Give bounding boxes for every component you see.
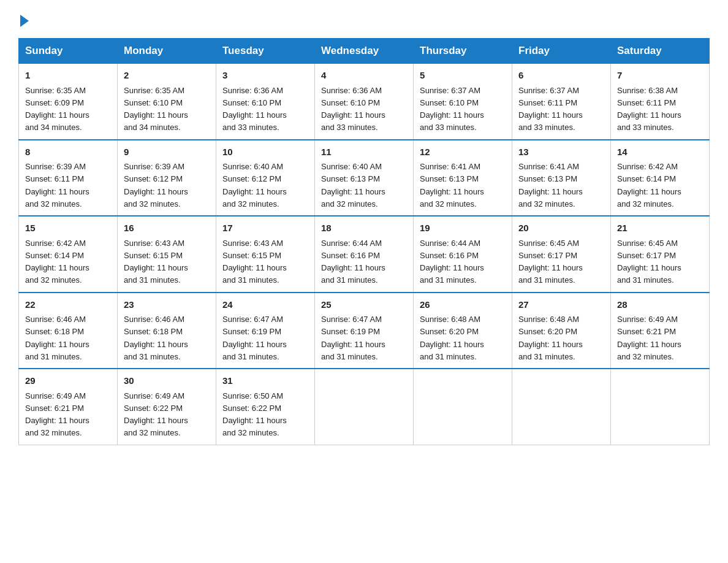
day-cell: 4 Sunrise: 6:36 AMSunset: 6:10 PMDayligh…	[315, 64, 414, 140]
day-number: 6	[518, 69, 604, 83]
day-info: Sunrise: 6:44 AMSunset: 6:16 PMDaylight:…	[420, 239, 484, 285]
logo-arrow-icon	[20, 15, 29, 27]
day-info: Sunrise: 6:36 AMSunset: 6:10 PMDaylight:…	[321, 86, 385, 132]
header-row: SundayMondayTuesdayWednesdayThursdayFrid…	[19, 39, 710, 64]
week-row-1: 1 Sunrise: 6:35 AMSunset: 6:09 PMDayligh…	[19, 64, 710, 140]
day-number: 25	[321, 298, 407, 312]
day-number: 18	[321, 221, 407, 236]
week-row-5: 29 Sunrise: 6:49 AMSunset: 6:21 PMDaylig…	[19, 369, 710, 445]
day-number: 28	[617, 298, 703, 312]
day-info: Sunrise: 6:46 AMSunset: 6:18 PMDaylight:…	[25, 315, 89, 361]
day-number: 29	[25, 374, 111, 388]
day-cell: 9 Sunrise: 6:39 AMSunset: 6:12 PMDayligh…	[118, 140, 216, 216]
day-cell: 6 Sunrise: 6:37 AMSunset: 6:11 PMDayligh…	[512, 64, 611, 140]
day-cell: 25 Sunrise: 6:47 AMSunset: 6:19 PMDaylig…	[315, 293, 414, 369]
day-cell: 3 Sunrise: 6:36 AMSunset: 6:10 PMDayligh…	[216, 64, 315, 140]
day-cell: 31 Sunrise: 6:50 AMSunset: 6:22 PMDaylig…	[216, 369, 315, 445]
day-number: 19	[420, 221, 506, 236]
day-info: Sunrise: 6:46 AMSunset: 6:18 PMDaylight:…	[124, 315, 188, 361]
day-cell: 5 Sunrise: 6:37 AMSunset: 6:10 PMDayligh…	[414, 64, 512, 140]
day-cell: 2 Sunrise: 6:35 AMSunset: 6:10 PMDayligh…	[118, 64, 216, 140]
day-cell: 14 Sunrise: 6:42 AMSunset: 6:14 PMDaylig…	[611, 140, 710, 216]
day-info: Sunrise: 6:49 AMSunset: 6:21 PMDaylight:…	[25, 391, 89, 438]
page-header	[18, 12, 710, 27]
day-number: 11	[321, 145, 407, 159]
calendar-table: SundayMondayTuesdayWednesdayThursdayFrid…	[18, 38, 710, 445]
day-number: 21	[617, 221, 703, 236]
day-cell: 17 Sunrise: 6:43 AMSunset: 6:15 PMDaylig…	[216, 216, 315, 293]
day-info: Sunrise: 6:35 AMSunset: 6:10 PMDaylight:…	[124, 86, 188, 132]
day-info: Sunrise: 6:42 AMSunset: 6:14 PMDaylight:…	[25, 239, 89, 285]
header-cell-saturday: Saturday	[611, 39, 710, 64]
day-number: 14	[617, 145, 703, 159]
day-info: Sunrise: 6:43 AMSunset: 6:15 PMDaylight:…	[124, 239, 188, 285]
week-row-2: 8 Sunrise: 6:39 AMSunset: 6:11 PMDayligh…	[19, 140, 710, 216]
header-cell-tuesday: Tuesday	[216, 39, 315, 64]
header-cell-sunday: Sunday	[19, 39, 118, 64]
day-cell	[315, 369, 414, 445]
day-info: Sunrise: 6:35 AMSunset: 6:09 PMDaylight:…	[25, 86, 89, 132]
day-info: Sunrise: 6:47 AMSunset: 6:19 PMDaylight:…	[321, 315, 385, 361]
day-number: 31	[222, 374, 308, 388]
day-number: 27	[518, 298, 604, 312]
day-info: Sunrise: 6:37 AMSunset: 6:10 PMDaylight:…	[420, 86, 484, 132]
day-info: Sunrise: 6:39 AMSunset: 6:12 PMDaylight:…	[124, 162, 188, 209]
day-cell: 29 Sunrise: 6:49 AMSunset: 6:21 PMDaylig…	[19, 369, 118, 445]
day-info: Sunrise: 6:38 AMSunset: 6:11 PMDaylight:…	[617, 86, 681, 132]
day-cell: 13 Sunrise: 6:41 AMSunset: 6:13 PMDaylig…	[512, 140, 611, 216]
day-cell: 21 Sunrise: 6:45 AMSunset: 6:17 PMDaylig…	[611, 216, 710, 293]
day-number: 23	[124, 298, 210, 312]
day-cell: 11 Sunrise: 6:40 AMSunset: 6:13 PMDaylig…	[315, 140, 414, 216]
day-cell: 12 Sunrise: 6:41 AMSunset: 6:13 PMDaylig…	[414, 140, 512, 216]
header-cell-monday: Monday	[118, 39, 216, 64]
day-info: Sunrise: 6:40 AMSunset: 6:12 PMDaylight:…	[222, 162, 287, 209]
day-number: 1	[25, 69, 111, 83]
day-number: 2	[124, 69, 210, 83]
day-cell: 8 Sunrise: 6:39 AMSunset: 6:11 PMDayligh…	[19, 140, 118, 216]
day-cell: 28 Sunrise: 6:49 AMSunset: 6:21 PMDaylig…	[611, 293, 710, 369]
day-cell: 1 Sunrise: 6:35 AMSunset: 6:09 PMDayligh…	[19, 64, 118, 140]
day-cell	[512, 369, 611, 445]
day-info: Sunrise: 6:41 AMSunset: 6:13 PMDaylight:…	[518, 162, 583, 209]
day-info: Sunrise: 6:48 AMSunset: 6:20 PMDaylight:…	[420, 315, 484, 361]
day-info: Sunrise: 6:41 AMSunset: 6:13 PMDaylight:…	[420, 162, 484, 209]
day-info: Sunrise: 6:37 AMSunset: 6:11 PMDaylight:…	[518, 86, 583, 132]
day-info: Sunrise: 6:49 AMSunset: 6:22 PMDaylight:…	[124, 391, 188, 438]
day-number: 15	[25, 221, 111, 236]
day-number: 30	[124, 374, 210, 388]
day-cell: 23 Sunrise: 6:46 AMSunset: 6:18 PMDaylig…	[118, 293, 216, 369]
day-number: 26	[420, 298, 506, 312]
logo	[18, 12, 29, 27]
day-cell: 7 Sunrise: 6:38 AMSunset: 6:11 PMDayligh…	[611, 64, 710, 140]
day-info: Sunrise: 6:44 AMSunset: 6:16 PMDaylight:…	[321, 239, 385, 285]
day-number: 9	[124, 145, 210, 159]
day-cell: 24 Sunrise: 6:47 AMSunset: 6:19 PMDaylig…	[216, 293, 315, 369]
day-number: 20	[518, 221, 604, 236]
day-cell: 27 Sunrise: 6:48 AMSunset: 6:20 PMDaylig…	[512, 293, 611, 369]
day-number: 4	[321, 69, 407, 83]
day-info: Sunrise: 6:47 AMSunset: 6:19 PMDaylight:…	[222, 315, 287, 361]
week-row-4: 22 Sunrise: 6:46 AMSunset: 6:18 PMDaylig…	[19, 293, 710, 369]
week-row-3: 15 Sunrise: 6:42 AMSunset: 6:14 PMDaylig…	[19, 216, 710, 293]
day-number: 12	[420, 145, 506, 159]
day-number: 8	[25, 145, 111, 159]
day-number: 7	[617, 69, 703, 83]
day-cell: 18 Sunrise: 6:44 AMSunset: 6:16 PMDaylig…	[315, 216, 414, 293]
day-cell: 22 Sunrise: 6:46 AMSunset: 6:18 PMDaylig…	[19, 293, 118, 369]
header-cell-thursday: Thursday	[414, 39, 512, 64]
day-number: 3	[222, 69, 308, 83]
day-cell	[611, 369, 710, 445]
day-info: Sunrise: 6:42 AMSunset: 6:14 PMDaylight:…	[617, 162, 681, 209]
day-info: Sunrise: 6:49 AMSunset: 6:21 PMDaylight:…	[617, 315, 681, 361]
day-cell	[414, 369, 512, 445]
day-cell: 30 Sunrise: 6:49 AMSunset: 6:22 PMDaylig…	[118, 369, 216, 445]
header-cell-friday: Friday	[512, 39, 611, 64]
day-cell: 26 Sunrise: 6:48 AMSunset: 6:20 PMDaylig…	[414, 293, 512, 369]
day-info: Sunrise: 6:45 AMSunset: 6:17 PMDaylight:…	[617, 239, 681, 285]
header-cell-wednesday: Wednesday	[315, 39, 414, 64]
day-info: Sunrise: 6:36 AMSunset: 6:10 PMDaylight:…	[222, 86, 287, 132]
day-cell: 10 Sunrise: 6:40 AMSunset: 6:12 PMDaylig…	[216, 140, 315, 216]
day-number: 13	[518, 145, 604, 159]
day-info: Sunrise: 6:39 AMSunset: 6:11 PMDaylight:…	[25, 162, 89, 209]
day-number: 10	[222, 145, 308, 159]
